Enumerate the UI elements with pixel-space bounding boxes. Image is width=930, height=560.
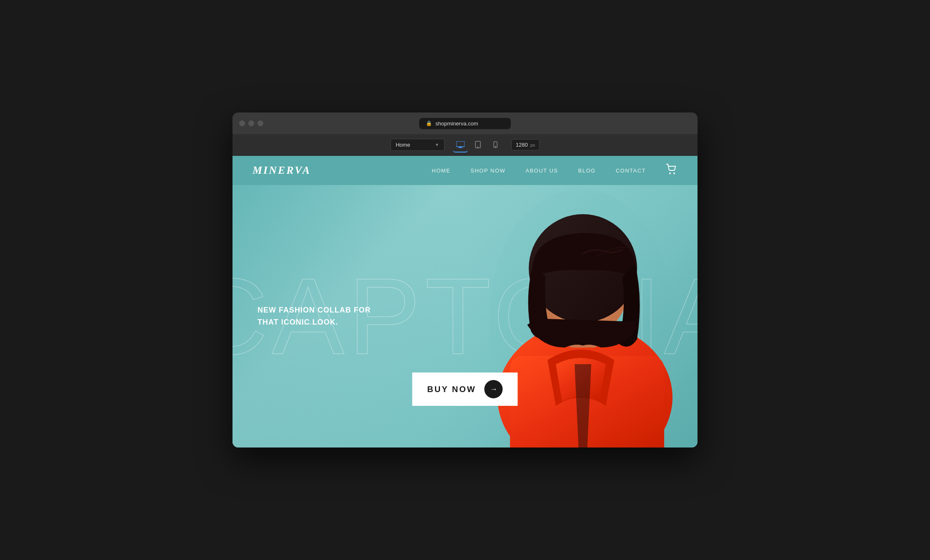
maximize-button[interactable] (258, 120, 263, 126)
svg-point-6 (495, 146, 496, 147)
hero-model-image (464, 185, 698, 448)
buy-now-label: BUY NOW (427, 385, 476, 394)
svg-rect-0 (456, 141, 465, 147)
cart-icon[interactable] (666, 164, 678, 177)
px-value: 1280 (516, 142, 528, 148)
buy-now-button[interactable]: BUY NOW → (412, 372, 518, 406)
tablet-view-button[interactable] (470, 138, 485, 152)
svg-point-4 (478, 147, 478, 148)
nav-about[interactable]: ABOUT US (525, 168, 558, 174)
nav-links: HOME SHOP NOW ABOUT US BLOG CONTACT (432, 167, 646, 174)
website-frame: MINERVA HOME SHOP NOW ABOUT US BLOG CONT… (232, 156, 698, 448)
px-unit: px (530, 142, 535, 148)
hero-tagline-line2: THAT ICONIC LOOK. (258, 318, 338, 326)
address-bar[interactable]: 🔒 shopminerva.com (419, 118, 511, 129)
browser-window: 🔒 shopminerva.com Home ▼ (232, 112, 698, 448)
traffic-lights (239, 120, 263, 126)
navbar: MINERVA HOME SHOP NOW ABOUT US BLOG CONT… (232, 156, 698, 185)
nav-home[interactable]: HOME (432, 168, 450, 174)
hero-tagline: NEW FASHION COLLAB FOR THAT ICONIC LOOK. (258, 304, 371, 328)
hero-tagline-line1: NEW FASHION COLLAB FOR (258, 306, 371, 314)
arrow-right-icon: → (485, 380, 503, 398)
brand-logo[interactable]: MINERVA (252, 164, 311, 177)
svg-point-8 (673, 172, 675, 174)
close-button[interactable] (239, 120, 245, 126)
nav-shop[interactable]: SHOP NOW (470, 168, 505, 174)
mobile-view-button[interactable] (488, 138, 503, 152)
lock-icon: 🔒 (426, 120, 432, 126)
svg-rect-1 (459, 147, 462, 148)
minimize-button[interactable] (248, 120, 254, 126)
nav-contact[interactable]: CONTACT (616, 168, 646, 174)
nav-blog[interactable]: BLOG (578, 168, 596, 174)
hero-section: CAPTONA NEW FASHION COLLAB FOR THAT ICON… (232, 185, 698, 448)
browser-titlebar: 🔒 shopminerva.com (232, 112, 698, 134)
device-buttons (453, 138, 503, 152)
page-selector[interactable]: Home ▼ (390, 139, 445, 151)
hero-content: NEW FASHION COLLAB FOR THAT ICONIC LOOK. (232, 254, 371, 378)
browser-toolbar: Home ▼ (232, 134, 698, 156)
desktop-view-button[interactable] (453, 138, 468, 152)
url-text: shopminerva.com (435, 120, 478, 127)
viewport-size-display: 1280 px (511, 139, 540, 150)
svg-rect-2 (458, 148, 462, 148)
page-selector-label: Home (396, 142, 410, 148)
chevron-down-icon: ▼ (435, 142, 439, 147)
svg-point-7 (669, 172, 671, 174)
